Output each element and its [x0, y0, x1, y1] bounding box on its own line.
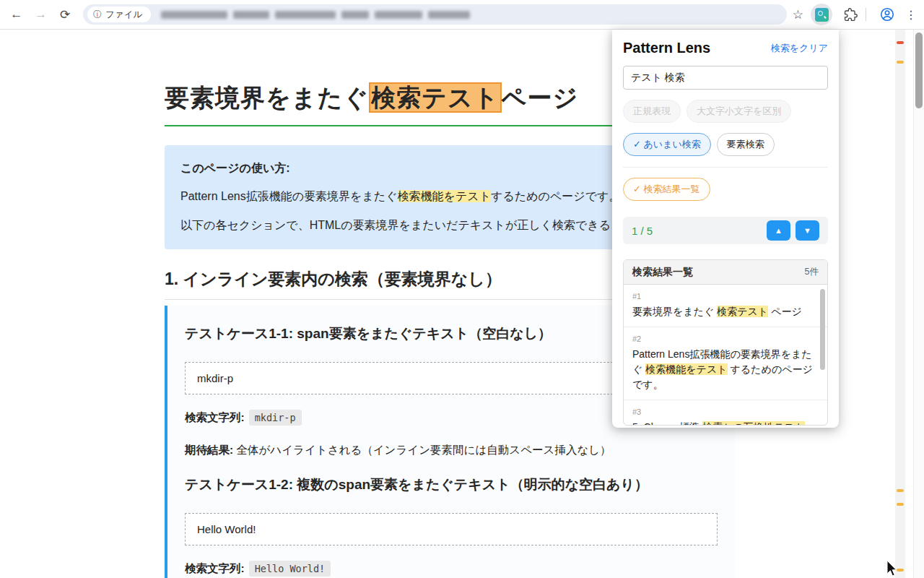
result-item[interactable]: #2 Pattern Lens拡張機能の要素境界をまたぐ 検索機能をテスト する… — [624, 327, 827, 400]
next-match-button[interactable]: ▼ — [796, 220, 819, 241]
results-toggle-label: 検索結果一覧 — [644, 184, 700, 194]
results-list-toggle[interactable]: ✓ 検索結果一覧 — [623, 178, 710, 201]
address-bar[interactable]: ⓘ ファイル — [83, 4, 787, 25]
previous-match-button[interactable]: ▲ — [767, 220, 790, 241]
match-marker-strip[interactable] — [895, 30, 905, 578]
bookmark-star-icon[interactable]: ☆ — [793, 7, 803, 22]
case-1-2-heading: テストケース1-2: 複数のspan要素をまたぐテキスト（明示的な空白あり） — [185, 475, 718, 494]
result-text: Pattern Lens拡張機能の要素境界をまたぐ 検索機能をテスト するための… — [632, 347, 814, 392]
result-text: 要素境界をまたぐ 検索テスト ページ — [632, 304, 814, 319]
check-icon: ✓ — [633, 139, 641, 150]
url-redacted — [161, 11, 470, 19]
results-count-badge: 5件 — [805, 266, 819, 278]
reload-icon[interactable]: ⟳ — [54, 4, 76, 25]
case-1-2-sample-box: Hello World! — [185, 513, 718, 545]
pattern-lens-icon — [815, 8, 829, 22]
search-input[interactable] — [623, 66, 828, 90]
case-1-1-expect-line: 期待結果: 全体がハイライトされる（インライン要素間には自動スペース挿入なし） — [185, 443, 718, 458]
match-marker-active[interactable] — [897, 41, 904, 44]
expected-result-text: 全体がハイライトされる（インライン要素間には自動スペース挿入なし） — [233, 444, 611, 456]
site-info-chip[interactable]: ⓘ ファイル — [87, 7, 151, 22]
mouse-cursor — [886, 561, 899, 578]
result-id: #1 — [632, 292, 814, 301]
result-text: 5. Chrome標準 検索との互換性テスト — [632, 420, 814, 425]
match-counter: 1 / 5 — [632, 225, 653, 237]
case-1-2-search-line: 検索文字列:Hello World! — [185, 561, 718, 577]
browser-toolbar: ← → ⟳ ⓘ ファイル ☆ — [0, 0, 924, 30]
results-header: 検索結果一覧 5件 — [624, 260, 827, 285]
match-marker[interactable] — [897, 503, 904, 506]
menu-dots-icon[interactable]: ⋮ — [905, 8, 917, 22]
popup-title: Pattern Lens — [623, 40, 710, 56]
check-icon: ✓ — [633, 184, 641, 194]
result-item[interactable]: #3 5. Chrome標準 検索との互換性テスト — [624, 400, 827, 425]
search-string-label: 検索文字列: — [185, 562, 245, 574]
pattern-lens-extension-button[interactable] — [811, 4, 832, 25]
result-id: #2 — [632, 335, 814, 343]
scrollbar-thumb[interactable] — [915, 33, 923, 108]
extensions-puzzle-icon[interactable] — [840, 4, 861, 25]
fuzzy-search-toggle[interactable]: ✓ あいまい検索 — [623, 133, 711, 156]
search-string-code: Hello World! — [249, 561, 331, 577]
regex-toggle[interactable]: 正規表現 — [623, 100, 681, 123]
results-scrollbar[interactable] — [820, 289, 825, 370]
back-icon[interactable]: ← — [6, 4, 27, 25]
profile-avatar-icon[interactable] — [876, 4, 898, 25]
element-search-toggle[interactable]: 要素検索 — [717, 133, 775, 156]
match-marker[interactable] — [897, 489, 904, 492]
toolbar-right: ☆ ⋮ — [793, 4, 924, 25]
result-item[interactable]: #1 要素境界をまたぐ 検索テスト ページ — [624, 285, 827, 327]
case-sensitive-toggle[interactable]: 大文字小文字を区別 — [687, 100, 791, 123]
result-id: #3 — [632, 407, 814, 416]
clear-search-link[interactable]: 検索をクリア — [771, 42, 828, 55]
pattern-lens-popup: Pattern Lens 検索をクリア 正規表現 大文字小文字を区別 ✓ あいま… — [612, 30, 839, 428]
search-string-code: mkdir-p — [249, 410, 302, 426]
expected-result-label: 期待結果: — [185, 444, 233, 456]
results-header-title: 検索結果一覧 — [632, 266, 693, 279]
fuzzy-search-label: あいまい検索 — [644, 139, 701, 150]
results-panel: 検索結果一覧 5件 #1 要素境界をまたぐ 検索テスト ページ #2 Patte… — [623, 259, 828, 426]
file-chip-label: ファイル — [105, 9, 142, 21]
results-list[interactable]: #1 要素境界をまたぐ 検索テスト ページ #2 Pattern Lens拡張機… — [624, 285, 827, 425]
popup-divider — [623, 167, 828, 168]
page-scrollbar[interactable] — [913, 30, 924, 578]
page-info-icon: ⓘ — [93, 9, 102, 21]
search-string-label: 検索文字列: — [185, 411, 245, 423]
match-marker[interactable] — [897, 61, 904, 64]
match-counter-bar: 1 / 5 ▲ ▼ — [623, 217, 828, 244]
toolbar-separator — [866, 8, 866, 21]
forward-icon[interactable]: → — [30, 4, 52, 25]
